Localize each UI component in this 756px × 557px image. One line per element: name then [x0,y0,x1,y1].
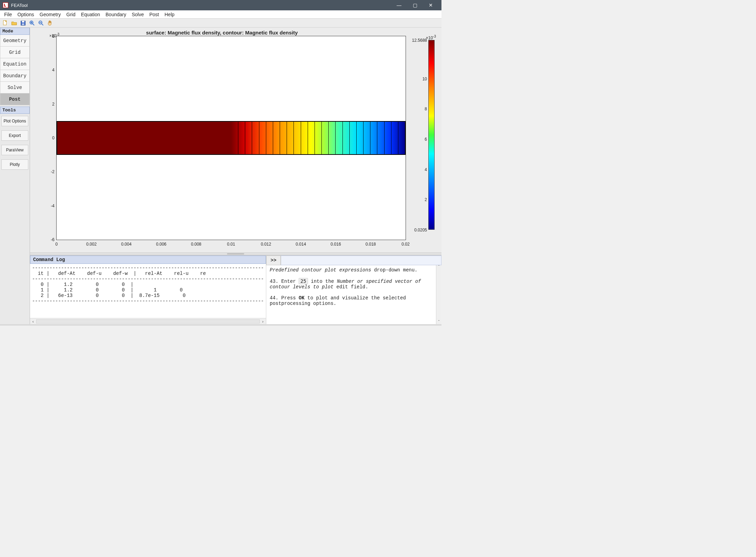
window-title: FEATool [11,3,391,8]
menu-file[interactable]: File [1,11,15,18]
plot-panel: surface: Magnetic flux density, contour:… [30,28,441,252]
instructions-vscrollbar[interactable]: ˆ ˇ [436,265,441,324]
instructions-line-1: Predefined contour plot expressions drop… [270,267,438,273]
statusbar [0,324,441,326]
colorbar-min-label: 0.0205 [414,228,427,232]
command-log-panel: Command Log ----------------------------… [30,256,266,324]
plot-options-button[interactable]: Plot Options [1,116,28,126]
open-file-icon[interactable] [10,19,18,27]
menu-geometry[interactable]: Geometry [37,11,63,18]
scroll-right-icon[interactable]: › [260,319,266,324]
chart-title: surface: Magnetic flux density, contour:… [33,30,411,36]
solution-domain [57,121,406,155]
colorbar-tick: 4 [425,167,427,172]
menu-grid[interactable]: Grid [63,11,78,18]
menu-solve[interactable]: Solve [129,11,147,18]
scroll-down-icon[interactable]: ˇ [438,320,440,324]
x-tick: 0.012 [261,242,271,247]
scroll-left-icon[interactable]: ‹ [30,319,36,324]
menu-boundary[interactable]: Boundary [103,11,129,18]
minimize-button[interactable]: — [391,0,407,10]
mode-solve[interactable]: Solve [0,82,30,93]
x-tick: 0.004 [121,242,131,247]
colorbar-tick: 6 [425,137,427,142]
window-buttons: — ▢ ✕ [391,0,439,10]
y-tick: 2 [43,102,54,107]
mode-header: Mode [0,28,30,35]
toolbar [0,19,441,28]
x-tick: 0.008 [191,242,201,247]
x-tick: 0.016 [331,242,341,247]
colorbar [428,40,435,230]
menu-equation[interactable]: Equation [78,11,103,18]
chart-axes[interactable]: -6-4-2024600.0020.0040.0060.0080.010.012… [56,36,406,240]
pan-icon[interactable] [46,19,54,27]
mode-grid[interactable]: Grid [0,47,30,58]
new-file-icon[interactable] [1,19,9,27]
x-tick: 0.01 [227,242,235,247]
paraview-button[interactable]: ParaView [1,145,28,155]
instructions-body[interactable]: Predefined contour plot expressions drop… [266,265,441,324]
y-tick: 4 [43,68,54,72]
plotly-button[interactable]: Plotly [1,159,28,170]
command-log-header: Command Log [30,256,266,264]
menubar: File Options Geometry Grid Equation Boun… [0,10,441,19]
mode-geometry[interactable]: Geometry [0,35,30,47]
colorbar-multiplier: ×10-3 [426,34,436,40]
menu-help[interactable]: Help [162,11,177,18]
colorbar-tick: 8 [425,107,427,111]
colorbar-tick: 2 [425,197,427,202]
colorbar-max-label: 12.5688 [412,38,427,43]
mode-boundary[interactable]: Boundary [0,70,30,82]
app-icon [3,2,8,8]
tools-header: Tools [0,107,30,114]
plot-area[interactable]: surface: Magnetic flux density, contour:… [33,30,439,250]
scroll-track[interactable] [36,319,260,324]
mode-equation[interactable]: Equation [0,58,30,70]
menu-options[interactable]: Options [15,11,37,18]
svg-rect-3 [22,21,24,22]
main-area: Mode Geometry Grid Equation Boundary Sol… [0,28,441,324]
y-tick: 0 [43,136,54,140]
close-button[interactable]: ✕ [423,0,439,10]
maximize-button[interactable]: ▢ [407,0,423,10]
export-button[interactable]: Export [1,130,28,141]
x-tick: 0.002 [86,242,97,247]
svg-line-6 [33,23,34,25]
prompt-row: >> [266,256,441,265]
save-file-icon[interactable] [19,19,27,27]
side-panel: Mode Geometry Grid Equation Boundary Sol… [0,28,30,324]
bottom-panels: Command Log ----------------------------… [30,255,441,324]
x-tick: 0.018 [366,242,376,247]
x-tick: 0 [56,242,58,247]
command-log-body[interactable]: ----------------------------------------… [30,264,266,318]
y-tick: 6 [43,34,54,39]
zoom-in-icon[interactable] [28,19,36,27]
y-tick: -6 [43,237,54,242]
instructions-panel: >> Predefined contour plot expressions d… [266,256,441,324]
content-column: surface: Magnetic flux density, contour:… [30,28,441,324]
zoom-out-icon[interactable] [37,19,45,27]
instructions-step-43: 43. Enter 25 into the Number or specifie… [270,278,438,290]
svg-line-10 [42,23,43,25]
window-titlebar: FEATool — ▢ ✕ [0,0,441,10]
y-tick: -2 [43,169,54,174]
x-tick: 0.02 [401,242,409,247]
splitter-grip-icon [227,253,244,255]
menu-post[interactable]: Post [147,11,162,18]
colorbar-tick: 10 [422,77,427,81]
scroll-up-icon[interactable]: ˆ [438,265,440,269]
instructions-step-44: 44. Press OK to plot and visualize the s… [270,295,438,306]
command-log-hscrollbar[interactable]: ‹ › [30,318,266,324]
x-tick: 0.014 [296,242,306,247]
prompt-button[interactable]: >> [266,256,281,265]
mode-post[interactable]: Post [0,93,30,105]
x-tick: 0.006 [156,242,167,247]
horizontal-splitter[interactable] [30,252,441,255]
svg-rect-4 [22,23,24,25]
y-tick: -4 [43,203,54,208]
prompt-input[interactable] [281,256,441,265]
